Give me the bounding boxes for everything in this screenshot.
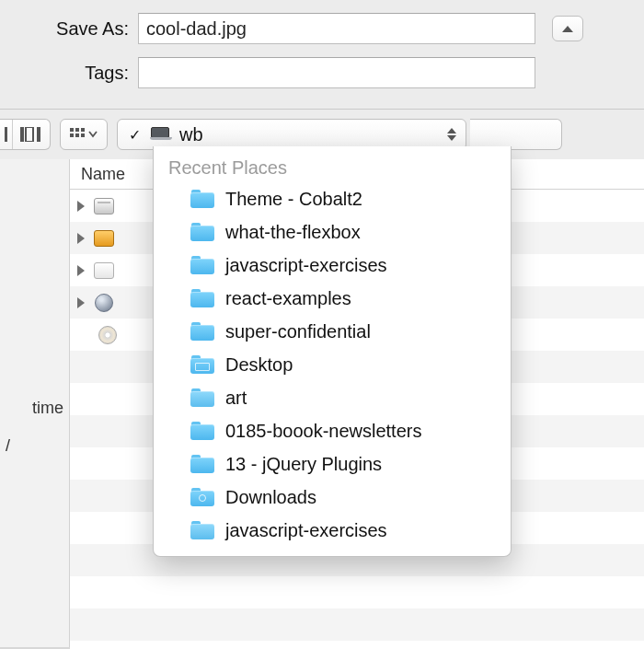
recent-place-item[interactable]: javascript-exercises (154, 249, 511, 282)
svg-rect-8 (75, 133, 79, 137)
disclosure-icon[interactable] (77, 201, 85, 212)
tags-input[interactable] (138, 57, 535, 88)
recent-place-label: 0185-boook-newsletters (225, 421, 421, 442)
svg-rect-2 (26, 127, 33, 142)
updown-icon (442, 128, 456, 141)
recent-place-label: 13 - jQuery Plugins (225, 454, 382, 475)
collapse-button[interactable] (552, 16, 583, 41)
recent-place-item[interactable]: 0185-boook-newsletters (154, 414, 511, 447)
recent-place-label: what-the-flexbox (225, 222, 361, 243)
recent-place-item[interactable]: art (154, 381, 511, 414)
folder-icon (190, 355, 214, 374)
chevron-up-icon (562, 26, 573, 32)
recent-place-label: Downloads (225, 487, 316, 508)
hdd-icon (92, 228, 116, 249)
chevron-down-icon (88, 131, 98, 138)
dropdown-heading: Recent Places (154, 152, 511, 182)
tags-label: Tags: (22, 63, 138, 84)
recent-place-label: react-examples (225, 288, 351, 309)
network-icon (92, 293, 116, 313)
recent-place-item[interactable]: react-examples (154, 282, 511, 315)
view-mode-grid[interactable] (60, 119, 108, 150)
grid-icon (70, 128, 98, 141)
hdd-icon (92, 196, 116, 216)
toolbar-right-button[interactable] (470, 119, 562, 150)
location-popup[interactable]: ✓ wb (117, 119, 466, 150)
view-mode-edge[interactable] (0, 120, 13, 149)
sidebar-item[interactable]: time (0, 389, 69, 427)
folder-icon (190, 455, 214, 473)
view-mode-segment (0, 119, 51, 150)
folder-icon (190, 256, 214, 274)
recent-place-label: javascript-exercises (225, 520, 387, 541)
svg-rect-3 (37, 127, 40, 142)
svg-rect-6 (81, 128, 85, 132)
recent-place-item[interactable]: Downloads (154, 481, 511, 514)
view-mode-columns[interactable] (13, 120, 50, 149)
recent-place-label: Theme - Cobalt2 (225, 189, 362, 210)
recent-place-item[interactable]: super-confidential (154, 315, 511, 348)
save-as-input[interactable] (138, 13, 535, 44)
folder-icon (190, 388, 214, 407)
folder-icon (190, 422, 214, 440)
svg-rect-5 (75, 128, 79, 132)
recent-place-label: art (225, 388, 247, 409)
save-as-label: Save As: (22, 18, 138, 40)
recent-place-label: Desktop (225, 354, 293, 376)
recent-place-item[interactable]: what-the-flexbox (154, 215, 511, 249)
recent-place-item[interactable]: 13 - jQuery Plugins (154, 447, 511, 481)
recent-places-dropdown: Recent Places Theme - Cobalt2what-the-fl… (153, 146, 512, 557)
disclosure-icon[interactable] (77, 265, 85, 276)
recent-place-item[interactable]: Theme - Cobalt2 (154, 182, 511, 215)
folder-icon (190, 521, 214, 539)
disclosure-icon[interactable] (77, 233, 85, 244)
sidebar: time / (0, 159, 70, 649)
recent-place-item[interactable]: javascript-exercises (154, 514, 511, 547)
svg-rect-4 (70, 128, 74, 132)
location-label: wb (179, 124, 432, 145)
checkmark-icon: ✓ (129, 126, 141, 144)
laptop-icon (150, 127, 170, 142)
svg-rect-0 (5, 127, 7, 142)
folder-icon (190, 223, 214, 241)
save-panel-header: Save As: Tags: (0, 0, 644, 109)
recent-place-label: super-confidential (225, 321, 371, 342)
columns-icon (20, 127, 42, 142)
recent-place-item[interactable]: Desktop (154, 348, 511, 381)
folder-icon (190, 322, 214, 341)
sidebar-item[interactable]: / (0, 427, 69, 465)
svg-rect-7 (70, 133, 74, 137)
folder-icon (190, 488, 214, 506)
disclosure-icon[interactable] (77, 297, 85, 308)
folder-icon (190, 190, 214, 208)
disc-icon (96, 325, 120, 345)
recent-place-label: javascript-exercises (225, 255, 387, 276)
svg-rect-9 (81, 133, 85, 137)
svg-rect-1 (20, 127, 24, 142)
hdd-icon (92, 261, 116, 281)
folder-icon (190, 289, 214, 307)
